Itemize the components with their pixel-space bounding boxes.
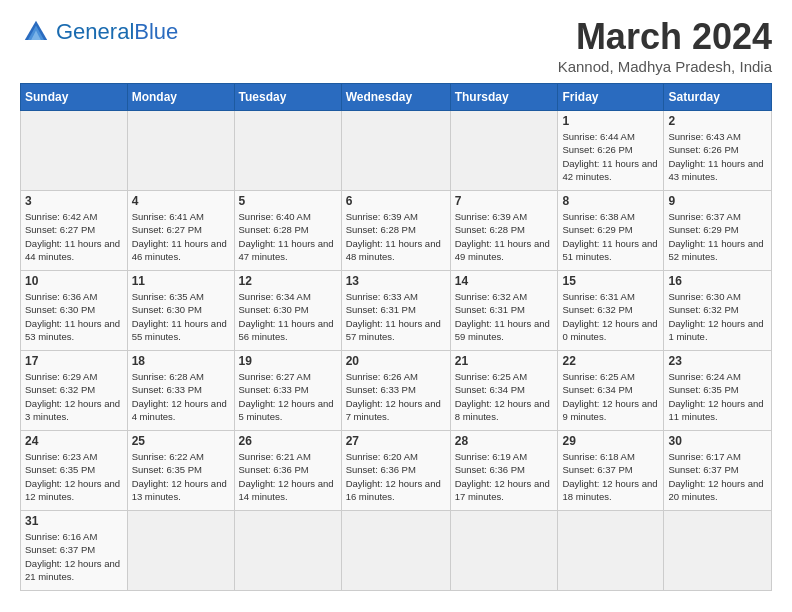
day-number: 16 xyxy=(668,274,767,288)
day-number: 26 xyxy=(239,434,337,448)
calendar-day-cell xyxy=(450,511,558,591)
calendar-day-cell: 13Sunrise: 6:33 AM Sunset: 6:31 PM Dayli… xyxy=(341,271,450,351)
day-number: 3 xyxy=(25,194,123,208)
day-number: 31 xyxy=(25,514,123,528)
calendar-day-cell: 29Sunrise: 6:18 AM Sunset: 6:37 PM Dayli… xyxy=(558,431,664,511)
day-info: Sunrise: 6:30 AM Sunset: 6:32 PM Dayligh… xyxy=(668,290,767,343)
calendar-day-cell: 10Sunrise: 6:36 AM Sunset: 6:30 PM Dayli… xyxy=(21,271,128,351)
day-info: Sunrise: 6:19 AM Sunset: 6:36 PM Dayligh… xyxy=(455,450,554,503)
calendar-day-cell: 4Sunrise: 6:41 AM Sunset: 6:27 PM Daylig… xyxy=(127,191,234,271)
day-number: 4 xyxy=(132,194,230,208)
calendar-day-header: Wednesday xyxy=(341,84,450,111)
calendar-day-cell: 28Sunrise: 6:19 AM Sunset: 6:36 PM Dayli… xyxy=(450,431,558,511)
day-number: 18 xyxy=(132,354,230,368)
calendar-day-cell: 21Sunrise: 6:25 AM Sunset: 6:34 PM Dayli… xyxy=(450,351,558,431)
calendar-day-cell: 18Sunrise: 6:28 AM Sunset: 6:33 PM Dayli… xyxy=(127,351,234,431)
logo-text-normal: General xyxy=(56,19,134,44)
day-info: Sunrise: 6:24 AM Sunset: 6:35 PM Dayligh… xyxy=(668,370,767,423)
day-info: Sunrise: 6:33 AM Sunset: 6:31 PM Dayligh… xyxy=(346,290,446,343)
day-info: Sunrise: 6:36 AM Sunset: 6:30 PM Dayligh… xyxy=(25,290,123,343)
day-number: 8 xyxy=(562,194,659,208)
calendar-day-cell: 3Sunrise: 6:42 AM Sunset: 6:27 PM Daylig… xyxy=(21,191,128,271)
calendar-day-cell: 22Sunrise: 6:25 AM Sunset: 6:34 PM Dayli… xyxy=(558,351,664,431)
calendar-day-cell: 24Sunrise: 6:23 AM Sunset: 6:35 PM Dayli… xyxy=(21,431,128,511)
calendar-day-cell xyxy=(234,511,341,591)
day-info: Sunrise: 6:42 AM Sunset: 6:27 PM Dayligh… xyxy=(25,210,123,263)
calendar-day-header: Monday xyxy=(127,84,234,111)
day-info: Sunrise: 6:28 AM Sunset: 6:33 PM Dayligh… xyxy=(132,370,230,423)
calendar-day-cell: 15Sunrise: 6:31 AM Sunset: 6:32 PM Dayli… xyxy=(558,271,664,351)
day-info: Sunrise: 6:40 AM Sunset: 6:28 PM Dayligh… xyxy=(239,210,337,263)
day-number: 29 xyxy=(562,434,659,448)
calendar-day-cell: 25Sunrise: 6:22 AM Sunset: 6:35 PM Dayli… xyxy=(127,431,234,511)
day-number: 5 xyxy=(239,194,337,208)
day-number: 19 xyxy=(239,354,337,368)
day-info: Sunrise: 6:37 AM Sunset: 6:29 PM Dayligh… xyxy=(668,210,767,263)
calendar-day-cell: 20Sunrise: 6:26 AM Sunset: 6:33 PM Dayli… xyxy=(341,351,450,431)
day-info: Sunrise: 6:39 AM Sunset: 6:28 PM Dayligh… xyxy=(455,210,554,263)
day-number: 27 xyxy=(346,434,446,448)
day-number: 25 xyxy=(132,434,230,448)
logo-text-colored: Blue xyxy=(134,19,178,44)
calendar-day-cell: 19Sunrise: 6:27 AM Sunset: 6:33 PM Dayli… xyxy=(234,351,341,431)
day-info: Sunrise: 6:39 AM Sunset: 6:28 PM Dayligh… xyxy=(346,210,446,263)
location-subtitle: Kannod, Madhya Pradesh, India xyxy=(558,58,772,75)
day-info: Sunrise: 6:31 AM Sunset: 6:32 PM Dayligh… xyxy=(562,290,659,343)
calendar-week-row: 10Sunrise: 6:36 AM Sunset: 6:30 PM Dayli… xyxy=(21,271,772,351)
calendar-week-row: 24Sunrise: 6:23 AM Sunset: 6:35 PM Dayli… xyxy=(21,431,772,511)
day-info: Sunrise: 6:35 AM Sunset: 6:30 PM Dayligh… xyxy=(132,290,230,343)
calendar-day-cell xyxy=(21,111,128,191)
logo: GeneralBlue xyxy=(20,16,178,48)
general-blue-icon xyxy=(20,16,52,48)
calendar-day-cell xyxy=(558,511,664,591)
calendar-day-header: Friday xyxy=(558,84,664,111)
day-info: Sunrise: 6:20 AM Sunset: 6:36 PM Dayligh… xyxy=(346,450,446,503)
day-info: Sunrise: 6:17 AM Sunset: 6:37 PM Dayligh… xyxy=(668,450,767,503)
calendar-day-cell xyxy=(450,111,558,191)
day-number: 1 xyxy=(562,114,659,128)
calendar-day-cell: 9Sunrise: 6:37 AM Sunset: 6:29 PM Daylig… xyxy=(664,191,772,271)
logo-text: GeneralBlue xyxy=(56,19,178,45)
calendar-day-cell xyxy=(664,511,772,591)
calendar-day-cell: 6Sunrise: 6:39 AM Sunset: 6:28 PM Daylig… xyxy=(341,191,450,271)
calendar-week-row: 1Sunrise: 6:44 AM Sunset: 6:26 PM Daylig… xyxy=(21,111,772,191)
day-number: 13 xyxy=(346,274,446,288)
calendar-day-cell: 5Sunrise: 6:40 AM Sunset: 6:28 PM Daylig… xyxy=(234,191,341,271)
day-info: Sunrise: 6:18 AM Sunset: 6:37 PM Dayligh… xyxy=(562,450,659,503)
month-title: March 2024 xyxy=(558,16,772,58)
day-number: 14 xyxy=(455,274,554,288)
day-info: Sunrise: 6:38 AM Sunset: 6:29 PM Dayligh… xyxy=(562,210,659,263)
day-number: 6 xyxy=(346,194,446,208)
calendar-day-cell xyxy=(127,511,234,591)
day-number: 22 xyxy=(562,354,659,368)
day-info: Sunrise: 6:25 AM Sunset: 6:34 PM Dayligh… xyxy=(562,370,659,423)
calendar-day-cell: 30Sunrise: 6:17 AM Sunset: 6:37 PM Dayli… xyxy=(664,431,772,511)
calendar-day-header: Saturday xyxy=(664,84,772,111)
calendar-day-cell: 23Sunrise: 6:24 AM Sunset: 6:35 PM Dayli… xyxy=(664,351,772,431)
calendar-day-header: Thursday xyxy=(450,84,558,111)
calendar-week-row: 17Sunrise: 6:29 AM Sunset: 6:32 PM Dayli… xyxy=(21,351,772,431)
day-info: Sunrise: 6:34 AM Sunset: 6:30 PM Dayligh… xyxy=(239,290,337,343)
day-number: 11 xyxy=(132,274,230,288)
calendar-header-row: SundayMondayTuesdayWednesdayThursdayFrid… xyxy=(21,84,772,111)
day-info: Sunrise: 6:25 AM Sunset: 6:34 PM Dayligh… xyxy=(455,370,554,423)
day-number: 20 xyxy=(346,354,446,368)
day-info: Sunrise: 6:23 AM Sunset: 6:35 PM Dayligh… xyxy=(25,450,123,503)
day-info: Sunrise: 6:22 AM Sunset: 6:35 PM Dayligh… xyxy=(132,450,230,503)
day-info: Sunrise: 6:32 AM Sunset: 6:31 PM Dayligh… xyxy=(455,290,554,343)
calendar-day-cell: 14Sunrise: 6:32 AM Sunset: 6:31 PM Dayli… xyxy=(450,271,558,351)
calendar-day-header: Sunday xyxy=(21,84,128,111)
page-header: GeneralBlue March 2024 Kannod, Madhya Pr… xyxy=(20,16,772,75)
day-number: 21 xyxy=(455,354,554,368)
title-area: March 2024 Kannod, Madhya Pradesh, India xyxy=(558,16,772,75)
calendar-day-cell: 26Sunrise: 6:21 AM Sunset: 6:36 PM Dayli… xyxy=(234,431,341,511)
day-number: 10 xyxy=(25,274,123,288)
calendar-day-cell: 8Sunrise: 6:38 AM Sunset: 6:29 PM Daylig… xyxy=(558,191,664,271)
day-info: Sunrise: 6:41 AM Sunset: 6:27 PM Dayligh… xyxy=(132,210,230,263)
calendar-day-cell xyxy=(341,111,450,191)
day-number: 2 xyxy=(668,114,767,128)
calendar-day-cell: 11Sunrise: 6:35 AM Sunset: 6:30 PM Dayli… xyxy=(127,271,234,351)
calendar-day-cell: 7Sunrise: 6:39 AM Sunset: 6:28 PM Daylig… xyxy=(450,191,558,271)
calendar-day-cell: 12Sunrise: 6:34 AM Sunset: 6:30 PM Dayli… xyxy=(234,271,341,351)
calendar-week-row: 3Sunrise: 6:42 AM Sunset: 6:27 PM Daylig… xyxy=(21,191,772,271)
